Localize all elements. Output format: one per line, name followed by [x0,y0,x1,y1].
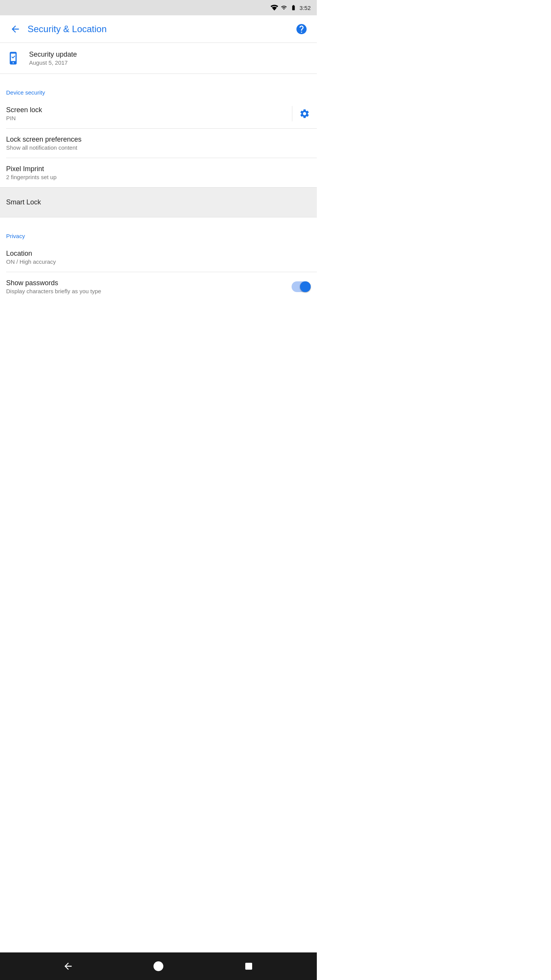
lock-screen-prefs-item[interactable]: Lock screen preferences Show all notific… [0,129,317,158]
battery-icon [290,5,297,11]
pixel-imprint-subtitle: 2 fingerprints set up [6,174,311,180]
security-update-text: Security update August 5, 2017 [29,51,77,66]
smart-lock-content: Smart Lock [6,198,311,206]
show-passwords-action [292,281,311,292]
screen-lock-item[interactable]: Screen lock PIN [0,99,317,128]
wifi-icon [271,5,278,11]
pixel-imprint-title: Pixel Imprint [6,165,311,173]
location-item[interactable]: Location ON / High accuracy [0,243,317,272]
location-subtitle: ON / High accuracy [6,258,311,265]
lock-screen-prefs-title: Lock screen preferences [6,136,311,144]
status-time: 3:52 [300,5,311,11]
show-passwords-item[interactable]: Show passwords Display characters briefl… [0,272,317,301]
screen-lock-divider [292,106,292,121]
help-button[interactable] [292,20,311,38]
screen-lock-action [292,106,311,121]
privacy-label: Privacy [6,233,25,239]
back-arrow-icon [10,24,21,34]
screen-lock-content: Screen lock PIN [6,106,292,121]
location-title: Location [6,250,311,258]
app-bar: Security & Location [0,15,317,43]
screen-lock-title: Screen lock [6,106,292,114]
status-icons: 3:52 [271,5,311,11]
gear-svg [299,108,310,119]
content: Security update August 5, 2017 Device se… [0,43,317,332]
show-passwords-subtitle: Display characters briefly as you type [6,288,292,294]
lock-screen-prefs-subtitle: Show all notification content [6,144,311,151]
toggle-thumb [300,281,311,292]
gear-icon[interactable] [298,108,311,120]
lock-screen-prefs-content: Lock screen preferences Show all notific… [6,136,311,151]
location-content: Location ON / High accuracy [6,250,311,265]
smart-lock-title: Smart Lock [6,198,311,206]
back-button[interactable] [6,20,24,38]
status-bar: 3:52 [0,0,317,15]
page-title: Security & Location [28,24,292,34]
signal-icon [280,5,287,11]
show-passwords-content: Show passwords Display characters briefl… [6,279,292,294]
security-update-item[interactable]: Security update August 5, 2017 [0,43,317,74]
show-passwords-title: Show passwords [6,279,292,287]
device-security-section-header: Device security [0,80,317,99]
privacy-section-header: Privacy [0,224,317,243]
screen-lock-subtitle: PIN [6,115,292,121]
pixel-imprint-content: Pixel Imprint 2 fingerprints set up [6,165,311,180]
help-icon [295,23,308,35]
security-update-subtitle: August 5, 2017 [29,59,77,66]
pixel-imprint-item[interactable]: Pixel Imprint 2 fingerprints set up [0,158,317,187]
device-security-label: Device security [6,89,45,96]
smart-lock-item[interactable]: Smart Lock [0,187,317,217]
security-update-icon [6,51,21,66]
phone-check-icon [7,51,21,65]
show-passwords-toggle[interactable] [292,281,311,292]
security-update-title: Security update [29,51,77,59]
